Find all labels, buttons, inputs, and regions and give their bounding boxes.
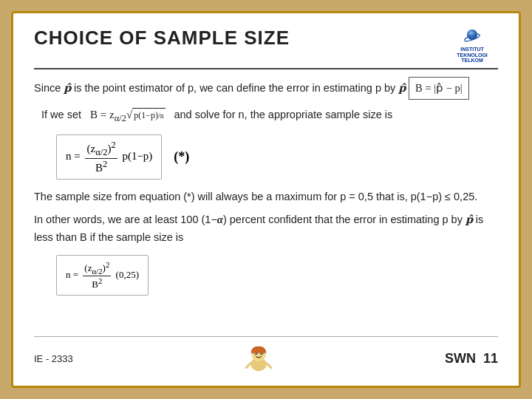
course-code: IE - 2333: [34, 353, 73, 364]
error-formula: B = |p̂ − p|: [409, 77, 469, 100]
svg-line-9: [247, 363, 251, 367]
formula-block: n = (zα/2)2 B2 p(1−p) (*): [56, 134, 498, 180]
paragraph-3: The sample size from equation (*) will a…: [34, 188, 498, 205]
svg-line-10: [267, 363, 271, 367]
logo: INSTITUT TEKNOLOGITELKOM: [446, 27, 498, 64]
math-alpha: α: [217, 214, 223, 225]
paragraph-4: In other words, we are at least 100 (1−α…: [34, 211, 498, 245]
logo-planet-icon: [457, 27, 487, 45]
logo-text: INSTITUT TEKNOLOGITELKOM: [446, 47, 498, 64]
slide: CHOICE OF SAMPLE SIZE INSTITUT TEKNOLOGI…: [11, 11, 521, 388]
star-label: (*): [174, 149, 189, 165]
set-formula: B = zα/2√p(1−p)/n: [90, 109, 168, 120]
page-number: 11: [483, 351, 498, 366]
footer-right: SWN 11: [445, 351, 498, 366]
math-p-hat-1: p̂: [64, 82, 74, 94]
paragraph-2: If we set B = zα/2√p(1−p)/n and solve fo…: [34, 106, 498, 126]
n-formula-box: n = (zα/2)2 B2 p(1−p): [56, 134, 162, 180]
swn-label: SWN: [445, 351, 476, 366]
slide-content: Since p̂ is the point estimator of p, we…: [34, 77, 498, 333]
n-formula-box-2: n = (zα/2)2 B2 (0,25): [56, 255, 149, 296]
slide-footer: IE - 2333 SWN 11: [34, 336, 498, 374]
paragraph-1: Since p̂ is the point estimator of p, we…: [34, 77, 498, 100]
slide-header: CHOICE OF SAMPLE SIZE INSTITUT TEKNOLOGI…: [34, 27, 498, 69]
math-p-hat-2: p̂: [398, 82, 409, 94]
formula-block-2: n = (zα/2)2 B2 (0,25): [56, 255, 498, 296]
math-p-hat-3: p̂: [466, 214, 476, 225]
slide-title: CHOICE OF SAMPLE SIZE: [34, 27, 290, 50]
mascot-icon: [241, 343, 276, 374]
